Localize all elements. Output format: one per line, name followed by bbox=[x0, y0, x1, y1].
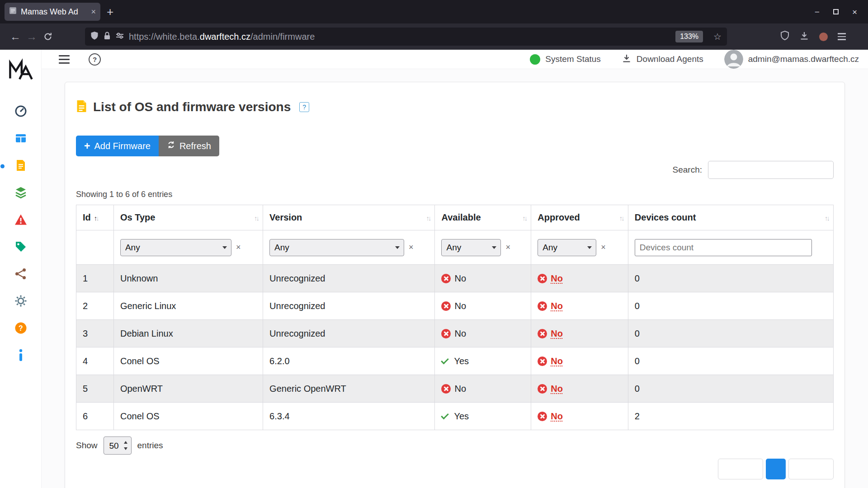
clear-approved-filter-icon[interactable]: × bbox=[601, 243, 606, 252]
table-row[interactable]: 6 Conel OS 6.3.4 Yes No 2 bbox=[76, 403, 834, 430]
sidebar-item-settings[interactable] bbox=[0, 288, 41, 315]
clear-version-filter-icon[interactable]: × bbox=[409, 243, 414, 252]
cell-version: 6.3.4 bbox=[263, 403, 435, 430]
sidebar-item-layers[interactable] bbox=[0, 180, 41, 207]
forward-button[interactable]: → bbox=[24, 31, 40, 42]
sidebar-item-dashboard[interactable] bbox=[0, 99, 41, 126]
new-tab-button[interactable]: + bbox=[107, 6, 113, 18]
filter-cell-version: Any × bbox=[263, 230, 435, 265]
column-header-version[interactable]: Version↑↓ bbox=[263, 205, 435, 230]
lock-icon[interactable] bbox=[104, 31, 111, 42]
page-size-select[interactable]: 50 bbox=[104, 436, 132, 455]
clear-available-filter-icon[interactable]: × bbox=[505, 243, 510, 252]
showing-entries-text: Showing 1 to 6 of 6 entries bbox=[76, 190, 834, 199]
cell-devices-count: 2 bbox=[628, 403, 833, 430]
browser-tab[interactable]: Mamas Web Ad × bbox=[5, 3, 100, 21]
column-header-approved[interactable]: Approved↑↓ bbox=[531, 205, 628, 230]
version-filter-select[interactable]: Any bbox=[269, 239, 404, 256]
window-close-button[interactable]: × bbox=[852, 8, 857, 16]
back-button[interactable]: ← bbox=[7, 31, 24, 42]
sidebar-toggle-icon[interactable] bbox=[59, 55, 70, 64]
downloads-icon[interactable] bbox=[799, 31, 809, 42]
layers-icon bbox=[14, 186, 27, 201]
approved-filter-select[interactable]: Any bbox=[538, 239, 596, 256]
cell-available: No bbox=[435, 320, 531, 347]
table-icon bbox=[14, 132, 27, 146]
table-row[interactable]: 1 Unknown Unrecognized No No 0 bbox=[76, 265, 834, 292]
pagination-next-button[interactable] bbox=[788, 459, 834, 479]
cell-devices-count: 0 bbox=[628, 347, 833, 375]
search-input[interactable] bbox=[708, 161, 834, 179]
table-row[interactable]: 3 Debian Linux Unrecognized No No 0 bbox=[76, 320, 834, 347]
cell-available: No bbox=[435, 292, 531, 320]
cell-id: 1 bbox=[76, 265, 114, 292]
app-header: ? System Status Download Agents bbox=[42, 50, 868, 69]
active-item-indicator bbox=[0, 164, 5, 169]
browser-menu-icon[interactable] bbox=[838, 33, 846, 40]
sidebar-item-alerts[interactable] bbox=[0, 207, 41, 234]
pagination-previous-button[interactable] bbox=[718, 459, 763, 479]
clear-os-type-filter-icon[interactable]: × bbox=[236, 243, 241, 252]
window-maximize-button[interactable] bbox=[833, 9, 839, 14]
title-help-icon[interactable]: ? bbox=[299, 102, 309, 112]
circle-x-icon bbox=[441, 384, 451, 394]
available-filter-select[interactable]: Any bbox=[441, 239, 501, 256]
column-header-devices-count[interactable]: Devices count↑↓ bbox=[628, 205, 833, 230]
table-row[interactable]: 4 Conel OS 6.2.0 Yes No 0 bbox=[76, 347, 834, 375]
table-row[interactable]: 2 Generic Linux Unrecognized No No 0 bbox=[76, 292, 834, 320]
table-row[interactable]: 5 OpenWRT Generic OpenWRT No No 0 bbox=[76, 375, 834, 403]
tab-close-icon[interactable]: × bbox=[91, 7, 96, 17]
cell-version: Unrecognized bbox=[263, 292, 435, 320]
cell-approved: No bbox=[531, 265, 628, 292]
sidebar-item-tags[interactable] bbox=[0, 234, 41, 261]
app-logo[interactable] bbox=[8, 57, 34, 85]
cell-os-type: Debian Linux bbox=[113, 320, 263, 347]
cell-id: 4 bbox=[76, 347, 114, 375]
devices-count-filter-input[interactable] bbox=[635, 239, 812, 256]
column-header-id[interactable]: Id↑↓ bbox=[76, 205, 114, 230]
column-header-os-type[interactable]: Os Type↑↓ bbox=[113, 205, 263, 230]
reload-button[interactable] bbox=[40, 32, 56, 42]
cell-id: 5 bbox=[76, 375, 114, 403]
cell-version: Unrecognized bbox=[263, 265, 435, 292]
circle-x-icon bbox=[538, 412, 547, 421]
cell-version: 6.2.0 bbox=[263, 347, 435, 375]
window-minimize-button[interactable]: − bbox=[815, 8, 820, 16]
system-status[interactable]: System Status bbox=[530, 54, 601, 65]
zoom-level-indicator[interactable]: 133% bbox=[675, 31, 703, 42]
warning-icon bbox=[14, 214, 27, 227]
filter-cell-available: Any × bbox=[435, 230, 531, 265]
refresh-button[interactable]: Refresh bbox=[159, 136, 219, 156]
svg-text:?: ? bbox=[19, 324, 23, 332]
column-header-available[interactable]: Available↑↓ bbox=[435, 205, 531, 230]
circle-x-icon bbox=[538, 301, 547, 311]
sidebar-item-tables[interactable] bbox=[0, 126, 41, 153]
tab-bar: Mamas Web Ad × + − × bbox=[0, 0, 868, 23]
url-text: https://white.beta.dwarftech.cz/admin/fi… bbox=[129, 32, 315, 42]
circle-x-icon bbox=[441, 274, 451, 283]
shield-icon[interactable] bbox=[780, 31, 789, 42]
permissions-icon[interactable] bbox=[116, 32, 124, 41]
os-type-filter-select[interactable]: Any bbox=[120, 239, 231, 256]
header-help-icon[interactable]: ? bbox=[89, 53, 101, 66]
plus-icon: + bbox=[84, 141, 90, 151]
check-icon bbox=[441, 411, 449, 419]
add-firmware-button[interactable]: + Add Firmware bbox=[76, 136, 159, 156]
download-agents[interactable]: Download Agents bbox=[622, 53, 703, 66]
page-title: List of OS and firmware versions bbox=[93, 100, 291, 114]
sort-icon: ↑↓ bbox=[254, 214, 258, 221]
sidebar-item-firmware[interactable] bbox=[0, 153, 41, 180]
cell-id: 6 bbox=[76, 403, 114, 430]
url-bar[interactable]: https://white.beta.dwarftech.cz/admin/fi… bbox=[85, 28, 727, 46]
sidebar-item-help[interactable]: ? bbox=[0, 315, 41, 343]
cell-os-type: Unknown bbox=[113, 265, 263, 292]
sidebar-item-network[interactable] bbox=[0, 261, 41, 288]
account-avatar-icon[interactable] bbox=[819, 33, 828, 41]
tracking-shield-icon[interactable] bbox=[90, 31, 99, 42]
pagination-current-page-button[interactable] bbox=[766, 459, 786, 479]
sidebar-item-info[interactable] bbox=[0, 343, 41, 370]
account-menu[interactable]: admin@mamas.dwarftech.cz bbox=[724, 50, 859, 69]
refresh-icon bbox=[167, 141, 175, 151]
bookmark-star-icon[interactable]: ☆ bbox=[713, 31, 722, 42]
cell-id: 2 bbox=[76, 292, 114, 320]
